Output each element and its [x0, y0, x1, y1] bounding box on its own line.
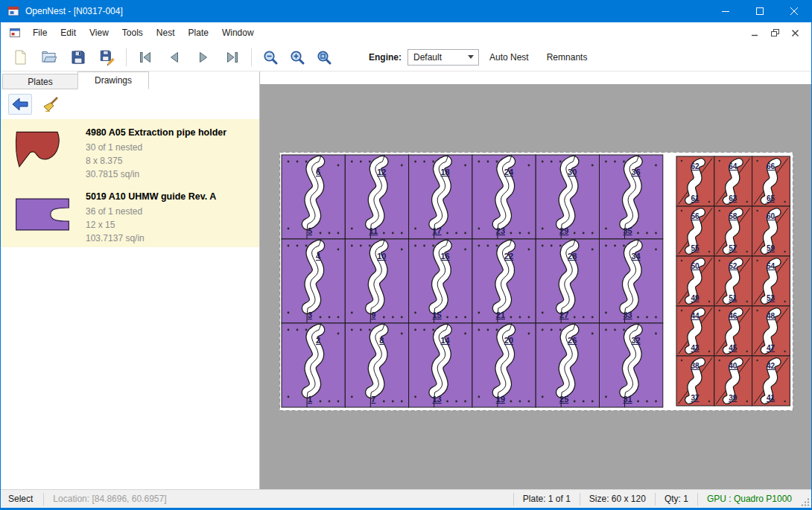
- drawing-size: 8 x 8.375: [86, 154, 226, 168]
- close-button[interactable]: [777, 0, 811, 22]
- drawing-thumbnail: [11, 127, 77, 174]
- status-size: Size: 60 x 120: [580, 494, 655, 504]
- nest-cell-purple[interactable]: 43: [282, 239, 345, 323]
- nest-cell-purple[interactable]: 65: [282, 155, 345, 239]
- window-title: OpenNest - [N0317-004]: [25, 6, 123, 16]
- part-number: 38: [691, 362, 700, 370]
- part-number: 55: [691, 244, 700, 252]
- nest-cell-purple[interactable]: 87: [345, 323, 408, 407]
- menu-edit[interactable]: Edit: [54, 24, 83, 42]
- part-number: 17: [432, 226, 441, 235]
- zoom-out-button[interactable]: [258, 46, 282, 68]
- mdi-minimize-button[interactable]: [746, 25, 764, 41]
- open-button[interactable]: [37, 46, 61, 68]
- nest-cell-red[interactable]: 4241: [752, 356, 790, 406]
- menu-tools[interactable]: Tools: [115, 24, 150, 42]
- nest-cell-red[interactable]: 5049: [676, 256, 714, 306]
- mdi-close-button[interactable]: [786, 25, 804, 41]
- part-number: 44: [691, 312, 700, 320]
- nest-cell-red[interactable]: 4847: [752, 306, 790, 356]
- import-drawing-button[interactable]: [8, 94, 32, 115]
- part-number: 37: [691, 394, 700, 402]
- nest-cell-red[interactable]: 4443: [676, 306, 714, 356]
- status-location: Location: [84.8696, 60.6957]: [44, 494, 175, 504]
- part-number: 14: [440, 336, 450, 345]
- nest-cell-red[interactable]: 5857: [714, 206, 752, 256]
- prev-plate-button[interactable]: [162, 46, 186, 68]
- maximize-button[interactable]: [743, 0, 777, 22]
- toolbar-separator: [126, 48, 127, 66]
- first-arrow-icon: [136, 48, 154, 66]
- nest-cell-purple[interactable]: 3029: [536, 155, 599, 239]
- nest-cell-red[interactable]: 5655: [676, 206, 714, 256]
- chevron-down-icon: [468, 55, 474, 59]
- part-number: 52: [729, 262, 738, 270]
- nest-cell-red[interactable]: 5453: [752, 256, 790, 306]
- save-as-button[interactable]: [95, 46, 119, 68]
- part-number: 27: [559, 310, 568, 319]
- menu-window[interactable]: Window: [215, 24, 261, 42]
- mdi-restore-button[interactable]: [766, 25, 784, 41]
- part-number: 25: [559, 395, 568, 404]
- nest-cell-red[interactable]: 6261: [676, 156, 714, 206]
- zoom-fit-button[interactable]: [312, 46, 336, 68]
- nest-cell-purple[interactable]: 2221: [472, 239, 536, 323]
- list-item[interactable]: 5019 A10 UHMW guide Rev. A 36 of 1 neste…: [1, 183, 259, 247]
- app-icon: [7, 5, 19, 17]
- nest-cell-purple[interactable]: 2019: [472, 323, 536, 407]
- nest-cell-red[interactable]: 6463: [714, 156, 752, 206]
- part-number: 16: [440, 252, 449, 261]
- first-plate-button[interactable]: [133, 46, 157, 68]
- nest-cell-purple[interactable]: 2625: [536, 323, 599, 407]
- clear-drawings-button[interactable]: [39, 94, 63, 115]
- tab-drawings[interactable]: Drawings: [77, 71, 149, 89]
- nest-cell-purple[interactable]: 21: [282, 323, 345, 407]
- drawing-thumbnail: [11, 191, 77, 238]
- nest-cell-purple[interactable]: 1211: [345, 155, 408, 239]
- nest-cell-red[interactable]: 5251: [714, 256, 752, 306]
- remnants-button[interactable]: Remnants: [539, 46, 595, 68]
- part-number: 54: [767, 262, 775, 270]
- part-number: 3: [308, 310, 312, 319]
- nest-cell-red[interactable]: 3837: [676, 356, 714, 406]
- menu-file[interactable]: File: [26, 24, 54, 42]
- save-button[interactable]: [66, 46, 90, 68]
- nest-cell-purple[interactable]: 3635: [600, 155, 663, 239]
- part-number: 10: [377, 252, 386, 261]
- minimize-button[interactable]: [708, 0, 743, 22]
- part-number: 22: [504, 252, 513, 261]
- nest-cell-red[interactable]: 6665: [752, 156, 790, 206]
- nest-cell-purple[interactable]: 109: [345, 239, 408, 323]
- auto-nest-button[interactable]: Auto Nest: [482, 46, 536, 68]
- plate-svg-host[interactable]: 6512111817242330293635431091615222128273…: [279, 152, 793, 411]
- nest-cell-purple[interactable]: 3231: [600, 323, 663, 407]
- toolbar-separator: [251, 48, 252, 66]
- menu-nest[interactable]: Nest: [150, 24, 182, 42]
- nest-cell-red[interactable]: 6059: [752, 206, 790, 256]
- last-plate-button[interactable]: [221, 46, 244, 68]
- nest-canvas[interactable]: 6512111817242330293635431091615222128273…: [260, 71, 811, 489]
- nest-cell-purple[interactable]: 1817: [409, 155, 472, 239]
- mdi-system-icon[interactable]: [9, 27, 21, 39]
- zoom-fit-icon: [315, 48, 333, 66]
- part-number: 42: [767, 362, 775, 370]
- resize-grip[interactable]: [801, 490, 811, 508]
- next-plate-button[interactable]: [191, 46, 215, 68]
- zoom-in-button[interactable]: [285, 46, 309, 68]
- nest-cell-red[interactable]: 4645: [714, 306, 752, 356]
- menu-view[interactable]: View: [83, 24, 115, 42]
- nest-cell-purple[interactable]: 1615: [409, 239, 472, 323]
- engine-select[interactable]: Default: [407, 49, 479, 66]
- tab-plates[interactable]: Plates: [2, 74, 78, 89]
- nest-cell-purple[interactable]: 2423: [472, 155, 536, 239]
- part-number: 26: [568, 336, 577, 345]
- nest-cell-red[interactable]: 4039: [714, 356, 752, 406]
- part-number: 31: [623, 395, 632, 404]
- nest-cell-purple[interactable]: 1413: [409, 323, 472, 407]
- new-button[interactable]: [8, 46, 32, 68]
- list-item[interactable]: 4980 A05 Extraction pipe holder 30 of 1 …: [1, 119, 259, 183]
- nest-cell-purple[interactable]: 3433: [600, 239, 663, 323]
- menu-plate[interactable]: Plate: [182, 24, 215, 42]
- part-number: 59: [767, 244, 775, 252]
- nest-cell-purple[interactable]: 2827: [536, 239, 599, 323]
